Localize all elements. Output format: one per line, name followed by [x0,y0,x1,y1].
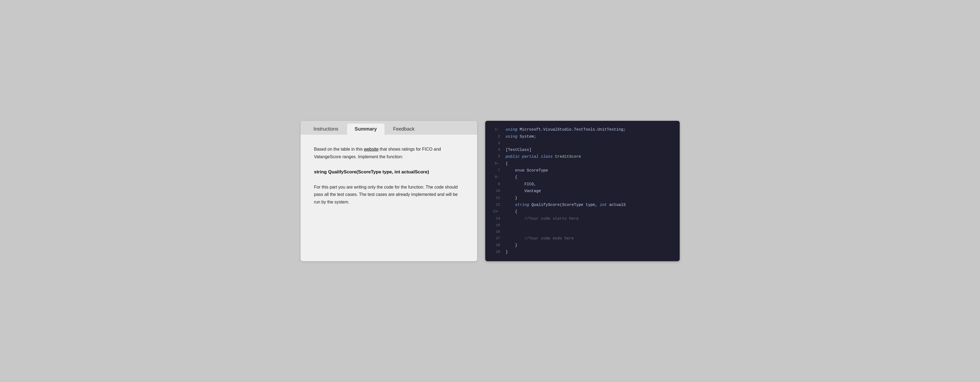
line-content-10: Vantage [506,188,541,194]
code-line-10: 10 Vantage [485,188,680,194]
line-num-11: 11 [491,195,500,201]
tab-summary[interactable]: Summary [347,124,385,135]
extra-description: For this part you are writing only the c… [314,183,464,205]
line-num-3: 3 [491,140,500,146]
code-line-1: 1· using Microsoft.VisualStudio.TestTool… [485,126,680,133]
code-editor[interactable]: 1· using Microsoft.VisualStudio.TestTool… [485,121,680,261]
line-content-7: enum ScoreType [506,167,548,174]
tabs-bar: Instructions Summary Feedback [301,121,477,135]
line-content-14: //Your code starts here [506,215,579,222]
code-line-17: 17 //Your code ends here [485,235,680,242]
tab-instructions[interactable]: Instructions [306,124,346,135]
function-signature: string QualifyScore(ScoreType type, int … [314,169,464,175]
code-line-12: 12 string QualifyScore(ScoreType type, i… [485,202,680,209]
code-line-8: 8· { [485,174,680,181]
description-paragraph: Based on the table in this website that … [314,145,464,160]
line-num-18: 18 [491,242,500,248]
line-content-4: [TestClass] [506,146,531,153]
line-content-1: using Microsoft.VisualStudio.TestTools.U… [506,126,626,133]
code-line-11: 11 } [485,195,680,202]
code-line-13: 13· { [485,209,680,215]
code-block: 1· using Microsoft.VisualStudio.TestTool… [485,126,680,255]
line-content-5: public partial class CreditScore [506,153,581,160]
code-line-19: 19 } [485,249,680,255]
line-num-1: 1· [491,126,500,133]
line-num-15: 15 [491,222,500,229]
code-line-4: 4 [TestClass] [485,146,680,153]
line-num-19: 19 [491,249,500,255]
left-panel: Instructions Summary Feedback Based on t… [301,121,477,261]
line-content-11: } [506,195,517,202]
line-content-9: FICO, [506,181,536,188]
line-num-5: 5 [491,153,500,160]
code-line-7: 7 enum ScoreType [485,167,680,174]
website-link[interactable]: website [364,147,379,151]
line-num-6: 6· [491,161,500,167]
line-num-13: 13· [491,209,500,215]
line-content-13: { [506,209,517,215]
left-content: Based on the table in this website that … [301,135,477,216]
code-line-18: 18 } [485,242,680,249]
code-line-5: 5 public partial class CreditScore [485,153,680,160]
line-content-6: { [506,161,508,167]
line-content-12: string QualifyScore(ScoreType type, int … [506,202,626,209]
line-num-10: 10 [491,188,500,194]
line-num-14: 14 [491,215,500,222]
line-num-12: 12 [491,202,500,208]
line-num-8: 8· [491,174,500,180]
code-line-15: 15 [485,222,680,229]
line-content-17: //Your code ends here [506,235,574,242]
line-num-2: 2 [491,133,500,140]
code-line-6: 6· { [485,161,680,167]
code-line-2: 2 using System; [485,133,680,140]
code-line-14: 14 //Your code starts here [485,215,680,222]
main-container: Instructions Summary Feedback Based on t… [301,121,680,261]
line-num-16: 16 [491,229,500,235]
line-num-4: 4 [491,146,500,153]
line-content-19: } [506,249,508,255]
line-content-8: { [506,174,517,181]
line-num-7: 7 [491,167,500,173]
code-line-16: 16 [485,229,680,235]
line-num-9: 9 [491,181,500,188]
description-text-before: Based on the table in this [314,147,364,151]
line-content-2: using System; [506,133,536,140]
tab-feedback[interactable]: Feedback [386,124,422,135]
line-content-18: } [506,242,517,249]
code-line-3: 3 [485,140,680,146]
line-num-17: 17 [491,235,500,242]
code-line-9: 9 FICO, [485,181,680,188]
